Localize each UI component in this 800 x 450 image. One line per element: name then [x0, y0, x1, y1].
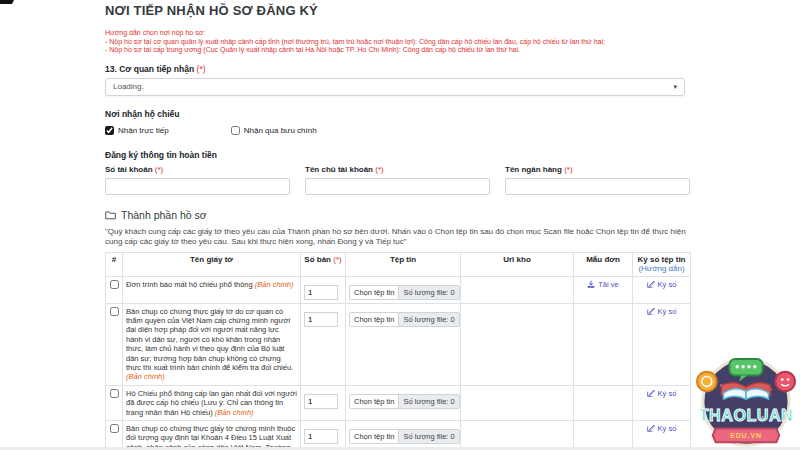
row-2-document-name: Bản chụp có chứng thực giấy tờ do cơ qua…: [126, 307, 297, 382]
row-1-file-control: Chọn tệp tin Số lượng file: 0: [349, 285, 460, 300]
receiving-agency-label: 13. Cơ quan tiếp nhận (*): [105, 64, 690, 74]
documents-section: Thành phần hồ sơ "Quý khách cung cấp các…: [105, 209, 690, 450]
receiving-agency-selected-value: Loading.: [113, 82, 144, 91]
header-file: Tệp tin: [346, 252, 461, 276]
table-row-2: Bản chụp có chứng thực giấy tờ do cơ qua…: [106, 303, 691, 385]
delivery-option-direct[interactable]: Nhận trực tiếp: [105, 126, 169, 135]
svg-text:THAOLUAN: THAOLUAN: [699, 406, 793, 424]
row-3-sign-link[interactable]: Ký số: [647, 389, 677, 398]
folder-icon: [105, 210, 116, 220]
row-3-choose-file-button[interactable]: Chọn tệp tin: [350, 395, 399, 408]
row-2-copies-input[interactable]: [304, 312, 338, 327]
row-1-url-kho-cell: [461, 276, 574, 303]
required-mark: (*): [564, 165, 572, 174]
row-1-document-name: Đơn trình báo mất hộ chiếu phổ thông (Bả…: [126, 280, 297, 289]
header-digital-sign: Ký số tệp tin (Hướng dẫn): [633, 252, 691, 276]
header-url-kho: Url kho: [461, 252, 574, 276]
submission-instructions: Hướng dẫn chọn nơi nộp hồ sơ: - Nộp hồ s…: [105, 29, 690, 55]
row-4-file-count: Số lượng file: 0: [399, 430, 458, 443]
edit-pencil-icon: [647, 424, 655, 432]
row-3-url-kho-cell: [461, 385, 574, 420]
row-1-copies-input[interactable]: [304, 285, 338, 300]
right-badge-icon: [775, 372, 795, 392]
account-holder-field[interactable]: [305, 178, 490, 195]
passport-delivery-section: Nơi nhận hộ chiếu Nhận trực tiếp Nhận qu…: [105, 109, 690, 135]
row-3-checkbox[interactable]: [110, 389, 119, 398]
required-mark: (*): [375, 165, 383, 174]
row-3-document-name: Hộ Chiếu phổ thông cấp lần gần nhất đối …: [126, 389, 297, 417]
row-1-choose-file-button[interactable]: Chọn tệp tin: [350, 286, 399, 299]
row-1-sign-link[interactable]: Ký số: [647, 280, 677, 289]
row-4-sign-link[interactable]: Ký số: [647, 424, 677, 433]
original-copy-tag: (Bản chính): [215, 408, 254, 417]
receiving-agency-select[interactable]: Loading. ▾: [105, 78, 685, 96]
thaoluan-watermark-logo: THAOLUAN EDU.VN: [692, 356, 800, 450]
row-3-copies-input[interactable]: [304, 394, 338, 409]
instructions-line-1: - Nộp hồ sơ tại cơ quan quản lý xuất nhậ…: [105, 38, 690, 47]
required-mark: (*): [333, 255, 341, 264]
account-holder-label: Tên chủ tài khoản (*): [305, 165, 490, 174]
ribbon-banner: EDU.VN: [713, 428, 780, 442]
original-copy-tag: (Bản chính): [126, 372, 165, 381]
bank-name-field[interactable]: [505, 178, 690, 195]
row-1-download-template-link[interactable]: Tải về: [587, 280, 618, 289]
row-4-template-cell: [574, 420, 633, 450]
row-2-file-count: Số lượng file: 0: [399, 313, 458, 326]
row-2-url-kho-cell: [461, 303, 574, 385]
form-page: NƠI TIẾP NHẬN HỒ SƠ ĐĂNG KÝ Hướng dẫn ch…: [105, 0, 690, 450]
edit-pencil-icon: [647, 389, 655, 397]
row-4-copies-input[interactable]: [304, 429, 338, 444]
header-document-name: Tên giấy tờ: [123, 252, 301, 276]
table-row-1: Đơn trình báo mất hộ chiếu phổ thông (Bả…: [106, 276, 691, 303]
edit-pencil-icon: [647, 280, 655, 288]
row-2-sign-link[interactable]: Ký số: [647, 307, 677, 316]
bank-name-label: Tên ngân hàng (*): [505, 165, 690, 174]
documents-note: "Quý khách cung cấp các giấy tờ theo yêu…: [105, 227, 690, 247]
left-badge-icon: [697, 372, 717, 392]
header-copies: Số bản (*): [301, 252, 346, 276]
original-copy-tag: (Bản chính): [255, 280, 294, 289]
chevron-down-icon: ▾: [673, 83, 677, 91]
row-4-file-control: Chọn tệp tin Số lượng file: 0: [349, 429, 460, 444]
header-template: Mẫu đơn: [574, 252, 633, 276]
refund-info-label: Đăng ký thông tin hoàn tiền: [105, 150, 690, 160]
svg-text:EDU.VN: EDU.VN: [730, 432, 762, 439]
passport-delivery-label: Nơi nhận hộ chiếu: [105, 109, 690, 119]
required-mark: (*): [197, 64, 206, 74]
edit-pencil-icon: [647, 307, 655, 315]
row-4-choose-file-button[interactable]: Chọn tệp tin: [350, 430, 399, 443]
account-number-field[interactable]: [105, 178, 290, 195]
table-row-4: Bản chụp có chứng thực giấy tờ chứng min…: [106, 420, 691, 450]
instructions-heading: Hướng dẫn chọn nơi nộp hồ sơ:: [105, 29, 690, 38]
postal-delivery-checkbox[interactable]: [231, 126, 240, 135]
sign-help-link[interactable]: (Hướng dẫn): [638, 264, 684, 273]
postal-delivery-label: Nhận qua bưu chính: [244, 126, 317, 135]
header-index: #: [106, 252, 123, 276]
row-2-checkbox[interactable]: [110, 307, 119, 316]
row-4-url-kho-cell: [461, 420, 574, 450]
instructions-line-2: - Nộp hồ sơ tại cấp trung ương (Cục Quản…: [105, 46, 690, 55]
row-4-checkbox[interactable]: [110, 424, 119, 433]
documents-section-title: Thành phần hồ sơ: [105, 209, 690, 221]
screenshot-corner-artifact: [0, 0, 14, 4]
row-3-file-count: Số lượng file: 0: [399, 395, 458, 408]
direct-pickup-label: Nhận trực tiếp: [118, 126, 169, 135]
required-mark: (*): [155, 165, 163, 174]
documents-table: # Tên giấy tờ Số bản (*) Tệp tin Url kho…: [105, 252, 691, 450]
row-1-checkbox[interactable]: [110, 280, 119, 289]
row-3-file-control: Chọn tệp tin Số lượng file: 0: [349, 394, 460, 409]
receiving-agency-section: 13. Cơ quan tiếp nhận (*) Loading. ▾: [105, 64, 690, 96]
row-2-file-control: Chọn tệp tin Số lượng file: 0: [349, 312, 460, 327]
row-3-template-cell: [574, 385, 633, 420]
download-icon: [587, 280, 595, 288]
account-number-label: Số tài khoản (*): [105, 165, 290, 174]
delivery-option-postal[interactable]: Nhận qua bưu chính: [231, 126, 317, 135]
row-1-file-count: Số lượng file: 0: [399, 286, 458, 299]
documents-table-header-row: # Tên giấy tờ Số bản (*) Tệp tin Url kho…: [106, 252, 691, 276]
table-row-3: Hộ Chiếu phổ thông cấp lần gần nhất đối …: [106, 385, 691, 420]
refund-info-section: Đăng ký thông tin hoàn tiền Số tài khoản…: [105, 150, 690, 195]
row-2-choose-file-button[interactable]: Chọn tệp tin: [350, 313, 399, 326]
direct-pickup-checkbox[interactable]: [105, 126, 114, 135]
row-2-template-cell: [574, 303, 633, 385]
page-title: NƠI TIẾP NHẬN HỒ SƠ ĐĂNG KÝ: [105, 0, 690, 18]
